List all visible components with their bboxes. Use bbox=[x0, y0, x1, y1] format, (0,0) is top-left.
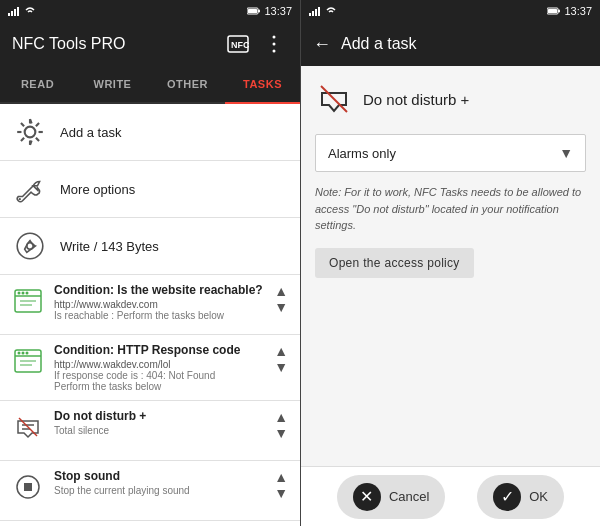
stop-sound-icon bbox=[12, 471, 44, 503]
battery-icon bbox=[247, 6, 261, 16]
svg-point-27 bbox=[22, 292, 25, 295]
svg-rect-48 bbox=[558, 10, 560, 13]
svg-point-10 bbox=[273, 43, 276, 46]
svg-point-34 bbox=[22, 352, 25, 355]
note-text: Note: For it to work, NFC Tasks needs to… bbox=[315, 184, 586, 234]
write-bytes-text: Write / 143 Bytes bbox=[60, 239, 288, 254]
add-task-title: Add a task bbox=[60, 125, 288, 140]
website-condition-icon bbox=[12, 285, 44, 317]
svg-rect-42 bbox=[309, 13, 311, 16]
dropdown-value: Alarms only bbox=[328, 146, 396, 161]
svg-rect-43 bbox=[312, 11, 314, 16]
access-policy-button[interactable]: Open the access policy bbox=[315, 248, 474, 278]
svg-point-11 bbox=[273, 50, 276, 53]
right-panel: 13:37 ← Add a task Do not bbox=[300, 0, 600, 526]
svg-rect-45 bbox=[318, 7, 320, 16]
overflow-menu-icon[interactable] bbox=[260, 30, 288, 58]
svg-point-22 bbox=[17, 233, 43, 259]
stop-sound-item[interactable]: Stop sound Stop the current playing soun… bbox=[0, 461, 300, 521]
svg-line-49 bbox=[321, 86, 347, 112]
right-battery-icon bbox=[547, 6, 561, 16]
nfc-badge-icon[interactable]: NFC bbox=[224, 30, 252, 58]
http-condition-icon bbox=[12, 345, 44, 377]
svg-line-18 bbox=[36, 138, 39, 141]
svg-line-17 bbox=[21, 123, 24, 126]
svg-point-28 bbox=[26, 292, 29, 295]
signal-icon bbox=[8, 6, 22, 16]
right-wifi-icon bbox=[326, 6, 336, 16]
right-content: Do not disturb + Alarms only ▼ Note: For… bbox=[301, 66, 600, 466]
svg-point-12 bbox=[25, 127, 36, 138]
app-title: NFC Tools PRO bbox=[12, 35, 216, 53]
svg-point-33 bbox=[18, 352, 21, 355]
right-status-icons: 13:37 bbox=[247, 5, 292, 17]
svg-rect-44 bbox=[315, 9, 317, 16]
condition-website-text: Condition: Is the website reachable? htt… bbox=[54, 283, 264, 321]
dnd-header: Do not disturb + bbox=[315, 80, 586, 118]
write-bytes-item[interactable]: Write / 143 Bytes bbox=[0, 218, 300, 275]
left-panel: 13:37 NFC Tools PRO NFC bbox=[0, 0, 300, 526]
svg-rect-0 bbox=[8, 13, 10, 16]
right-app-bar: ← Add a task bbox=[301, 22, 600, 66]
dnd-label: Do not disturb + bbox=[363, 91, 469, 108]
dnd-list-icon bbox=[12, 411, 44, 443]
write-bytes-title: Write / 143 Bytes bbox=[60, 239, 288, 254]
sort-arrows-2[interactable]: ▲▼ bbox=[274, 409, 288, 441]
dnd-list-text: Do not disturb + Total silence bbox=[54, 409, 264, 436]
svg-rect-5 bbox=[248, 9, 257, 13]
wifi-icon bbox=[25, 6, 35, 16]
svg-point-9 bbox=[273, 36, 276, 39]
cancel-button[interactable]: ✕ Cancel bbox=[337, 475, 445, 519]
add-task-text: Add a task bbox=[60, 125, 288, 140]
left-app-bar: NFC Tools PRO NFC bbox=[0, 22, 300, 66]
svg-point-21 bbox=[19, 198, 21, 200]
left-time: 13:37 bbox=[264, 5, 292, 17]
left-status-icons bbox=[8, 6, 243, 16]
sort-arrows-1[interactable]: ▲▼ bbox=[274, 343, 288, 375]
tab-other[interactable]: OTHER bbox=[150, 66, 225, 104]
wrench-icon bbox=[12, 171, 48, 207]
tab-bar: READ WRITE OTHER TASKS bbox=[0, 66, 300, 104]
cancel-icon: ✕ bbox=[353, 483, 381, 511]
alarms-dropdown[interactable]: Alarms only ▼ bbox=[315, 134, 586, 172]
more-options-item[interactable]: More options bbox=[0, 161, 300, 218]
svg-rect-1 bbox=[11, 11, 13, 16]
right-status-icons-left bbox=[309, 6, 543, 16]
ok-label: OK bbox=[529, 489, 548, 504]
left-status-bar: 13:37 bbox=[0, 0, 300, 22]
cancel-label: Cancel bbox=[389, 489, 429, 504]
add-task-item[interactable]: Add a task bbox=[0, 104, 300, 161]
sort-arrows-3[interactable]: ▲▼ bbox=[274, 469, 288, 501]
more-options-title: More options bbox=[60, 182, 288, 197]
right-status-icons-right: 13:37 bbox=[547, 5, 592, 17]
svg-rect-47 bbox=[548, 9, 557, 13]
svg-line-20 bbox=[21, 138, 24, 141]
svg-rect-3 bbox=[17, 7, 19, 16]
stop-sound-text: Stop sound Stop the current playing soun… bbox=[54, 469, 264, 496]
right-app-title: Add a task bbox=[341, 35, 588, 53]
svg-point-35 bbox=[26, 352, 29, 355]
tab-read[interactable]: READ bbox=[0, 66, 75, 104]
svg-rect-6 bbox=[258, 10, 260, 13]
svg-rect-2 bbox=[14, 9, 16, 16]
more-options-text: More options bbox=[60, 182, 288, 197]
condition-http-text: Condition: HTTP Response code http://www… bbox=[54, 343, 264, 392]
dnd-header-icon bbox=[315, 80, 353, 118]
write-icon bbox=[12, 228, 48, 264]
svg-point-26 bbox=[18, 292, 21, 295]
svg-line-19 bbox=[36, 123, 39, 126]
right-bottom-bar: ✕ Cancel ✓ OK bbox=[301, 466, 600, 526]
ok-button[interactable]: ✓ OK bbox=[477, 475, 564, 519]
tab-tasks[interactable]: TASKS bbox=[225, 66, 300, 104]
condition-website-item[interactable]: Condition: Is the website reachable? htt… bbox=[0, 275, 300, 335]
tab-write[interactable]: WRITE bbox=[75, 66, 150, 104]
dropdown-arrow-icon: ▼ bbox=[559, 145, 573, 161]
sort-arrows-0[interactable]: ▲▼ bbox=[274, 283, 288, 315]
dnd-item[interactable]: Do not disturb + Total silence ▲▼ bbox=[0, 401, 300, 461]
right-time: 13:37 bbox=[564, 5, 592, 17]
task-list: Add a task More options bbox=[0, 104, 300, 526]
ok-icon: ✓ bbox=[493, 483, 521, 511]
svg-point-23 bbox=[27, 243, 33, 249]
back-button[interactable]: ← bbox=[313, 34, 331, 55]
condition-http-item[interactable]: Condition: HTTP Response code http://www… bbox=[0, 335, 300, 401]
